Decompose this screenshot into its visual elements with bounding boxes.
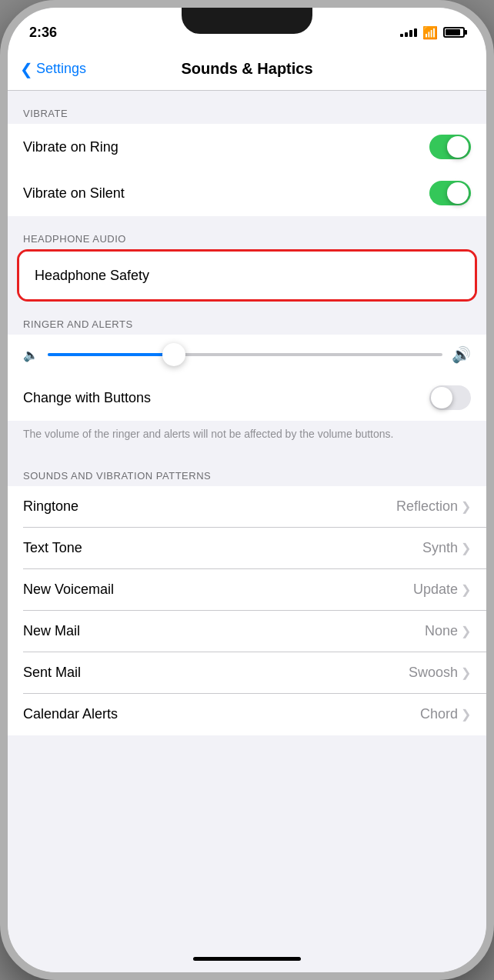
vibrate-on-ring-label: Vibrate on Ring [23,139,118,155]
chevron-right-icon-3: ❯ [461,582,471,597]
sounds-list: Ringtone Reflection ❯ Text Tone Synth ❯ [8,486,486,735]
vibrate-on-silent-toggle[interactable] [429,181,471,205]
status-time: 2:36 [29,25,57,41]
new-mail-value: None [425,623,458,639]
home-bar [193,957,301,961]
calendar-alerts-label: Calendar Alerts [23,706,118,722]
sent-mail-item[interactable]: Sent Mail Swoosh ❯ [8,652,486,694]
status-bar: 2:36 📶 [8,8,486,48]
ringtone-value: Reflection [396,498,458,515]
vibrate-on-silent-label: Vibrate on Silent [23,185,125,202]
new-voicemail-value: Update [413,582,458,598]
chevron-right-icon-4: ❯ [461,624,471,638]
toggle-thumb-3 [431,387,452,408]
status-icons: 📶 [400,25,465,40]
text-tone-item[interactable]: Text Tone Synth ❯ [8,528,486,569]
volume-loud-icon: 🔊 [452,345,471,364]
slider-fill [48,353,174,356]
change-with-buttons-label: Change with Buttons [23,390,151,406]
chevron-right-icon-6: ❯ [461,707,471,722]
ringtone-item[interactable]: Ringtone Reflection ❯ [8,486,486,528]
headphone-safety-item[interactable]: Headphone Safety [19,252,475,299]
ringtone-label: Ringtone [23,498,78,515]
volume-quiet-icon: 🔈 [23,348,38,362]
sent-mail-label: Sent Mail [23,665,81,681]
signal-icon [400,28,417,37]
bottom-padding [8,735,486,758]
change-with-buttons-toggle[interactable] [429,385,471,410]
home-indicator[interactable] [8,945,486,972]
toggle-thumb [447,136,469,158]
phone-inner: 2:36 📶 ❮ Se [8,8,486,972]
ringer-section-header: RINGER AND ALERTS [8,302,486,335]
new-mail-label: New Mail [23,623,80,639]
calendar-alerts-value: Chord [420,706,458,722]
vibrate-on-ring-item: Vibrate on Ring [8,124,486,170]
ringer-list: 🔈 🔊 Change with Buttons [8,335,486,421]
volume-slider[interactable] [48,353,442,356]
sent-mail-value-group: Swoosh ❯ [409,665,471,681]
toggle-thumb-2 [447,182,469,204]
chevron-left-icon: ❮ [20,62,33,77]
ringer-notice-text: The volume of the ringer and alerts will… [8,421,486,453]
chevron-right-icon-5: ❯ [461,665,471,680]
battery-fill [446,29,460,35]
new-voicemail-value-group: Update ❯ [413,582,471,598]
wifi-icon: 📶 [422,25,438,40]
new-mail-value-group: None ❯ [425,623,471,639]
text-tone-value: Synth [422,540,458,556]
new-mail-item[interactable]: New Mail None ❯ [8,611,486,652]
notch [182,8,312,34]
chevron-right-icon-2: ❯ [461,541,471,555]
vibrate-on-silent-item: Vibrate on Silent [8,170,486,216]
text-tone-label: Text Tone [23,540,82,556]
vibrate-on-ring-toggle[interactable] [429,135,471,159]
ringtone-value-group: Reflection ❯ [396,498,471,515]
navigation-bar: ❮ Settings Sounds & Haptics [8,48,486,91]
headphone-section-header: HEADPHONE AUDIO [8,216,486,249]
headphone-safety-label: Headphone Safety [35,268,149,284]
new-voicemail-label: New Voicemail [23,582,114,598]
calendar-alerts-item[interactable]: Calendar Alerts Chord ❯ [8,694,486,735]
sounds-section-header: SOUNDS AND VIBRATION PATTERNS [8,453,486,486]
volume-slider-row: 🔈 🔊 [8,335,486,375]
vibrate-list: Vibrate on Ring Vibrate on Silent [8,124,486,216]
calendar-alerts-value-group: Chord ❯ [420,706,471,722]
vibrate-section-header: VIBRATE [8,91,486,124]
battery-icon [443,27,465,38]
slider-thumb[interactable] [162,343,185,366]
chevron-right-icon: ❯ [461,499,471,514]
content-scroll[interactable]: VIBRATE Vibrate on Ring Vibrate on Silen… [8,91,486,945]
new-voicemail-item[interactable]: New Voicemail Update ❯ [8,569,486,611]
text-tone-value-group: Synth ❯ [422,540,471,556]
screen: 2:36 📶 ❮ Se [8,8,486,972]
back-label: Settings [36,61,86,77]
sent-mail-value: Swoosh [409,665,458,681]
page-title: Sounds & Haptics [181,60,312,78]
headphone-safety-highlighted[interactable]: Headphone Safety [17,249,477,302]
back-button[interactable]: ❮ Settings [20,61,86,77]
change-with-buttons-item: Change with Buttons [8,375,486,421]
phone-shell: 2:36 📶 ❮ Se [0,0,494,980]
